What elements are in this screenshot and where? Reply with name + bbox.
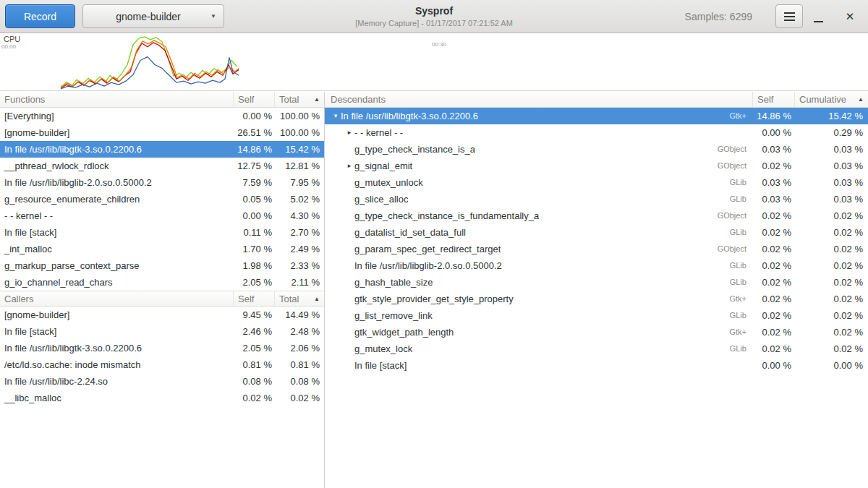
column-header-functions[interactable]: Functions <box>0 92 233 107</box>
table-row[interactable]: - - kernel - -0.00 %4.30 % <box>0 207 324 224</box>
table-row[interactable]: In file /usr/lib/libgtk-3.so.0.2200.614.… <box>0 141 324 158</box>
self-percent: 0.00 % <box>752 124 794 141</box>
table-row[interactable]: g_markup_parse_context_parse1.98 %2.33 % <box>0 257 324 274</box>
descendant-name-cell: g_slice_allocGLib <box>325 191 752 207</box>
cpu-green-line <box>61 37 237 87</box>
expander-spacer <box>344 207 354 224</box>
tree-row[interactable]: g_type_check_instance_is_fundamentally_a… <box>325 207 868 224</box>
descendant-name-cell: g_mutex_unlockGLib <box>325 174 752 191</box>
self-percent: 0.81 % <box>233 356 274 373</box>
table-row[interactable]: [gnome-builder]9.45 %14.49 % <box>0 307 324 323</box>
library-tag: Gtk+ <box>722 324 752 341</box>
function-name: g_datalist_id_set_data_full <box>354 224 466 241</box>
total-percent: 0.02 % <box>274 390 324 406</box>
table-row[interactable]: g_io_channel_read_chars2.05 %2.11 % <box>0 274 324 291</box>
tree-row[interactable]: g_datalist_id_set_data_fullGLib0.02 %0.0… <box>325 224 868 241</box>
self-percent: 0.00 % <box>233 207 274 224</box>
cumulative-percent: 0.02 % <box>794 324 868 341</box>
self-percent: 7.59 % <box>233 174 274 191</box>
right-pane: Descendants Self Cumulative ▲ ▾In file /… <box>325 92 868 488</box>
tree-row[interactable]: In file /usr/lib/libglib-2.0.so.0.5000.2… <box>325 257 868 274</box>
self-percent: 0.02 % <box>233 390 274 406</box>
minimize-button[interactable] <box>807 6 829 27</box>
process-selector-dropdown[interactable]: gnome-builder ▼ <box>82 4 224 28</box>
table-row[interactable]: g_resource_enumerate_children0.05 %5.02 … <box>0 191 324 207</box>
expander-icon[interactable]: ▸ <box>344 124 354 141</box>
cpu-timeline[interactable]: CPU 00:00 00:30 <box>0 33 868 91</box>
column-header-total-label: Total <box>279 291 299 306</box>
library-tag: Gtk+ <box>722 108 752 124</box>
self-percent: 0.00 % <box>233 108 274 124</box>
tree-row[interactable]: g_mutex_lockGLib0.02 %0.02 % <box>325 341 868 357</box>
column-header-self[interactable]: Self <box>233 92 274 107</box>
cumulative-percent: 0.02 % <box>794 274 868 291</box>
column-header-self[interactable]: Self <box>233 291 274 306</box>
table-row[interactable]: /etc/ld.so.cache: inode mismatch0.81 %0.… <box>0 356 324 373</box>
table-row[interactable]: In file /usr/lib/libc-2.24.so0.08 %0.08 … <box>0 373 324 390</box>
expander-icon[interactable]: ▾ <box>331 108 341 124</box>
close-button[interactable]: ✕ <box>839 6 861 27</box>
descendants-table-body: ▾In file /usr/lib/libgtk-3.so.0.2200.6Gt… <box>325 108 868 374</box>
self-percent: 0.03 % <box>752 191 794 207</box>
descendant-name-cell: gtk_style_provider_get_style_propertyGtk… <box>325 291 752 307</box>
column-header-descendants[interactable]: Descendants <box>325 92 752 107</box>
table-row[interactable]: [gnome-builder]26.51 %100.00 % <box>0 124 324 141</box>
process-selector-label: gnome-builder <box>116 11 181 22</box>
function-name: g_hash_table_size <box>354 274 433 291</box>
tree-row[interactable]: ▸g_signal_emitGObject0.02 %0.03 % <box>325 158 868 174</box>
self-percent: 0.02 % <box>752 241 794 257</box>
tree-row[interactable]: g_list_remove_linkGLib0.02 %0.02 % <box>325 307 868 324</box>
tree-row[interactable]: g_param_spec_get_redirect_targetGObject0… <box>325 241 868 257</box>
library-tag: GLib <box>723 174 752 191</box>
function-name: gtk_style_provider_get_style_property <box>354 291 514 307</box>
function-name: In file [stack] <box>0 323 233 340</box>
tree-row[interactable]: g_hash_table_sizeGLib0.02 %0.02 % <box>325 274 868 291</box>
table-row[interactable]: _int_malloc1.70 %2.49 % <box>0 241 324 257</box>
self-percent: 0.02 % <box>752 291 794 307</box>
tree-row[interactable]: gtk_style_provider_get_style_propertyGtk… <box>325 291 868 307</box>
column-header-cumulative[interactable]: Cumulative ▲ <box>794 92 868 107</box>
self-percent: 14.86 % <box>233 141 274 158</box>
function-name: [Everything] <box>0 108 233 124</box>
library-tag: GObject <box>710 158 752 174</box>
cumulative-percent: 0.02 % <box>794 341 868 357</box>
table-row[interactable]: In file /usr/lib/libgtk-3.so.0.2200.62.0… <box>0 340 324 356</box>
total-percent: 0.08 % <box>274 373 324 390</box>
left-pane: Functions Self Total ▲ [Everything]0.00 … <box>0 92 325 488</box>
table-row[interactable]: In file [stack]0.11 %2.70 % <box>0 224 324 241</box>
library-tag: GObject <box>710 141 752 158</box>
tree-row[interactable]: g_type_check_instance_is_aGObject0.03 %0… <box>325 141 868 158</box>
table-row[interactable]: In file /usr/lib/libglib-2.0.so.0.5000.2… <box>0 174 324 191</box>
sort-arrow-icon: ▲ <box>314 291 320 306</box>
record-button[interactable]: Record <box>5 4 75 28</box>
cumulative-percent: 0.02 % <box>794 291 868 307</box>
library-tag: GLib <box>723 224 752 241</box>
cumulative-percent: 0.02 % <box>794 241 868 257</box>
table-row[interactable]: __libc_malloc0.02 %0.02 % <box>0 390 324 406</box>
table-row[interactable]: In file [stack]2.46 %2.48 % <box>0 323 324 340</box>
tree-row[interactable]: g_mutex_unlockGLib0.03 %0.03 % <box>325 174 868 191</box>
cpu-red-line <box>61 43 239 88</box>
cumulative-percent: 0.02 % <box>794 224 868 241</box>
total-percent: 2.49 % <box>274 241 324 257</box>
total-percent: 5.02 % <box>274 191 324 207</box>
cumulative-percent: 0.03 % <box>794 191 868 207</box>
column-header-total[interactable]: Total ▲ <box>274 291 324 306</box>
column-header-self[interactable]: Self <box>752 92 794 107</box>
table-row[interactable]: [Everything]0.00 %100.00 % <box>0 108 324 124</box>
expander-spacer <box>344 307 354 324</box>
tree-row[interactable]: gtk_widget_path_lengthGtk+0.02 %0.02 % <box>325 324 868 341</box>
expander-icon[interactable]: ▸ <box>344 158 354 174</box>
tree-row[interactable]: ▾In file /usr/lib/libgtk-3.so.0.2200.6Gt… <box>325 108 868 124</box>
column-header-callers[interactable]: Callers <box>0 291 233 306</box>
column-header-total[interactable]: Total ▲ <box>274 92 324 107</box>
tree-row[interactable]: In file [stack]0.00 %0.00 % <box>325 357 868 374</box>
tree-row[interactable]: ▸- - kernel - -0.00 %0.29 % <box>325 124 868 141</box>
tree-row[interactable]: g_slice_allocGLib0.03 %0.03 % <box>325 191 868 207</box>
table-row[interactable]: __pthread_rwlock_rdlock12.75 %12.81 % <box>0 158 324 174</box>
function-name: In file [stack] <box>354 357 407 374</box>
library-tag: GLib <box>723 191 752 207</box>
self-percent: 9.45 % <box>233 307 274 323</box>
menu-button[interactable] <box>775 4 803 28</box>
descendant-name-cell: g_list_remove_linkGLib <box>325 307 752 324</box>
